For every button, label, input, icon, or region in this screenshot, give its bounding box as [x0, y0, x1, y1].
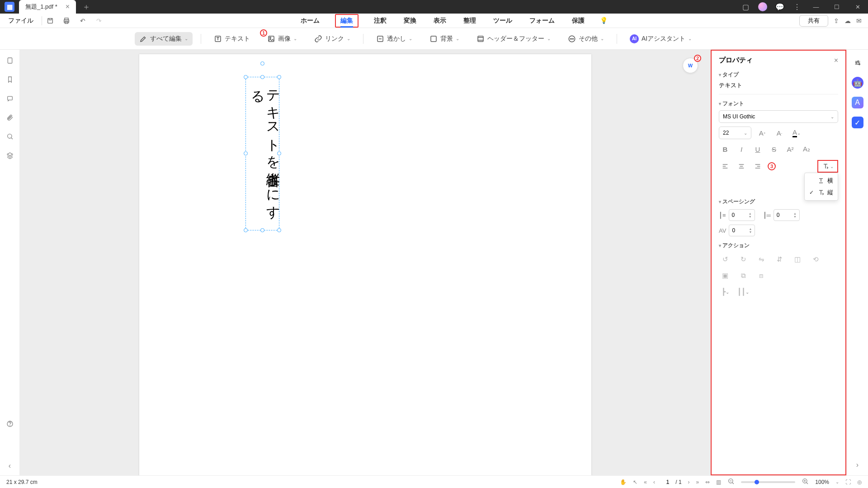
resize-handle-bl[interactable]	[244, 228, 248, 232]
other-button[interactable]: その他⌄	[563, 32, 609, 46]
zoom-slider[interactable]	[741, 481, 795, 483]
resize-handle-tm[interactable]	[260, 75, 264, 79]
select-tool-icon[interactable]: ↖	[633, 479, 637, 485]
resize-handle-tl[interactable]	[244, 75, 248, 79]
rotate-handle[interactable]	[260, 61, 264, 66]
resize-handle-ml[interactable]	[244, 151, 248, 155]
share-button[interactable]: 共有	[799, 15, 828, 27]
page-indicator[interactable]: / 1	[661, 479, 682, 485]
close-tab-icon[interactable]: ×	[66, 3, 70, 11]
font-shrink-icon[interactable]: A-	[773, 127, 786, 139]
file-menu[interactable]: ファイル	[0, 17, 42, 25]
resize-handle-mr[interactable]	[277, 151, 281, 155]
read-mode-icon[interactable]: ◎	[857, 479, 862, 485]
align-left-icon[interactable]	[719, 160, 731, 173]
undo-icon[interactable]: ↶	[75, 17, 91, 24]
properties-toggle-icon[interactable]	[852, 57, 863, 69]
header-footer-button[interactable]: ヘッダー＆フッター⌄	[472, 32, 555, 46]
send-icon[interactable]: ✉	[856, 17, 862, 24]
group-icon[interactable]: ⧉	[737, 269, 750, 282]
bold-icon[interactable]: B	[719, 143, 731, 155]
more-icon[interactable]: ⋮	[788, 0, 806, 14]
minimize-button[interactable]: —	[806, 0, 826, 14]
para-spacing-input[interactable]: 0▲▼	[774, 209, 800, 221]
tab-form[interactable]: フォーム	[528, 14, 557, 28]
replace-icon[interactable]: ⟲	[809, 253, 822, 266]
rotate-ccw-icon[interactable]: ↺	[719, 253, 731, 266]
underline-icon[interactable]: U	[751, 143, 764, 155]
expand-right-rail-icon[interactable]: ›	[856, 461, 859, 469]
tab-convert[interactable]: 変換	[402, 14, 418, 28]
next-page-icon[interactable]: ›	[688, 479, 690, 485]
tab-protect[interactable]: 保護	[570, 14, 586, 28]
last-page-icon[interactable]: »	[696, 479, 699, 485]
floating-word-badge[interactable]: W 2	[683, 58, 698, 73]
char-spacing-input[interactable]: 0▲▼	[729, 225, 755, 236]
canvas[interactable]: テキストを縦書きにする W 2	[20, 50, 711, 475]
search-icon[interactable]	[6, 133, 14, 142]
save-icon[interactable]	[42, 17, 58, 24]
font-color-icon[interactable]: A ⌄	[790, 127, 803, 139]
collapse-sidebar-icon[interactable]: ‹	[9, 462, 11, 470]
tab-home[interactable]: ホーム	[299, 14, 321, 28]
zoom-in-icon[interactable]	[802, 478, 809, 486]
tab-bulb[interactable]: 💡	[600, 14, 608, 28]
tab-annotate[interactable]: 注釈	[372, 14, 388, 28]
align-right-icon[interactable]	[751, 160, 764, 173]
ai-assistant-button[interactable]: AI AIアシスタント⌄	[625, 32, 696, 46]
help-icon[interactable]	[6, 420, 14, 429]
image-tool-button[interactable]: 画像⌄ 1	[263, 32, 302, 46]
edit-all-button[interactable]: すべて編集⌄	[135, 32, 193, 46]
strikethrough-icon[interactable]: S	[768, 143, 780, 155]
link-tool-button[interactable]: リンク⌄	[310, 32, 355, 46]
selected-text-box[interactable]: テキストを縦書きにする	[245, 77, 279, 230]
bookmarks-icon[interactable]	[6, 76, 14, 85]
document-tab[interactable]: 無題_1.pdf * ×	[19, 0, 76, 14]
distribute-icon[interactable]: ┃┃ ⌄	[737, 286, 750, 298]
fullscreen-icon[interactable]: ⛶	[845, 479, 851, 485]
redo-icon[interactable]: ↷	[91, 17, 107, 24]
align-objects-icon[interactable]: ┣ ⌄	[719, 286, 731, 298]
flip-vertical-icon[interactable]: ⇵	[773, 253, 786, 266]
layers-icon[interactable]	[6, 152, 14, 161]
zoom-value[interactable]: 100%	[815, 479, 829, 485]
direction-vertical-item[interactable]: ✓ 縦	[805, 187, 838, 198]
maximize-button[interactable]: ☐	[826, 0, 847, 14]
italic-icon[interactable]: I	[735, 143, 748, 155]
close-window-button[interactable]: ✕	[847, 0, 868, 14]
thumbnails-icon[interactable]	[6, 57, 14, 66]
check-icon[interactable]: ✓	[852, 117, 863, 128]
flip-horizontal-icon[interactable]: ⇋	[755, 253, 768, 266]
share-icon[interactable]: ⇪	[834, 17, 839, 24]
rotate-cw-icon[interactable]: ↻	[737, 253, 750, 266]
page-layout-icon[interactable]: ▥	[716, 479, 721, 485]
extract-icon[interactable]: ▣	[719, 269, 731, 282]
subscript-icon[interactable]: A₂	[800, 143, 813, 155]
cloud-icon[interactable]: ☁	[844, 17, 851, 24]
page[interactable]: テキストを縦書きにする	[139, 54, 591, 475]
attachments-icon[interactable]	[6, 114, 14, 123]
direction-horizontal-item[interactable]: 横	[805, 175, 838, 187]
new-tab-button[interactable]: ＋	[82, 1, 90, 12]
font-family-select[interactable]: MS UI Gothic⌄	[719, 110, 838, 123]
crop-icon[interactable]: ◫	[791, 253, 804, 266]
font-grow-icon[interactable]: A+	[756, 127, 769, 139]
fit-width-icon[interactable]: ⇔	[705, 479, 710, 485]
device-icon[interactable]: ▢	[737, 0, 754, 14]
line-spacing-input[interactable]: 0▲▼	[729, 209, 755, 221]
resize-handle-bm[interactable]	[260, 228, 264, 232]
print-icon[interactable]	[58, 17, 75, 24]
text-direction-button[interactable]: ⌄	[820, 162, 835, 171]
watermark-button[interactable]: 透かし⌄	[372, 32, 417, 46]
first-page-icon[interactable]: «	[644, 479, 647, 485]
superscript-icon[interactable]: A²	[784, 143, 797, 155]
text-tool-button[interactable]: テキスト	[209, 32, 255, 46]
hand-tool-icon[interactable]: ✋	[620, 479, 627, 485]
background-button[interactable]: 背景⌄	[425, 32, 464, 46]
tab-organize[interactable]: 整理	[462, 14, 478, 28]
prev-page-icon[interactable]: ‹	[653, 479, 655, 485]
font-size-select[interactable]: 22⌄	[719, 127, 751, 139]
page-number-input[interactable]	[661, 479, 674, 485]
tab-tools[interactable]: ツール	[491, 14, 514, 28]
comments-icon[interactable]	[6, 95, 14, 104]
